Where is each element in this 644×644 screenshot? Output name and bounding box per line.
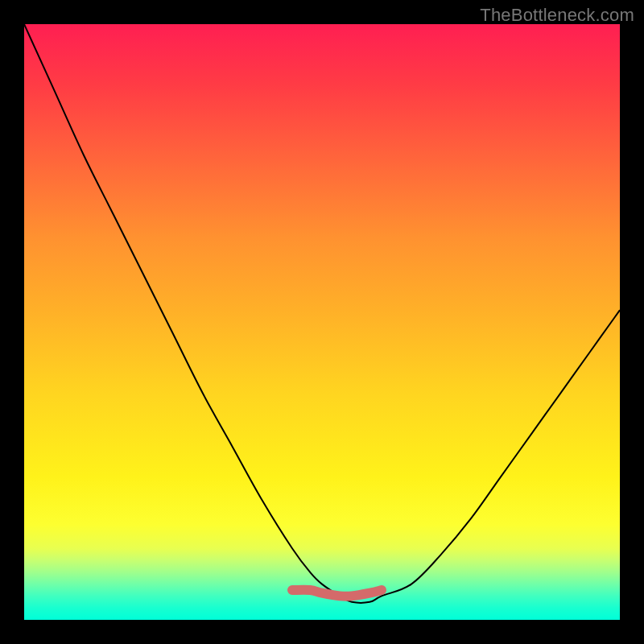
bottleneck-curve bbox=[24, 24, 620, 603]
watermark-label: TheBottleneck.com bbox=[480, 5, 634, 26]
bottleneck-chart bbox=[24, 24, 620, 620]
chart-gradient-background bbox=[24, 24, 620, 620]
optimal-range-marker bbox=[292, 590, 382, 597]
